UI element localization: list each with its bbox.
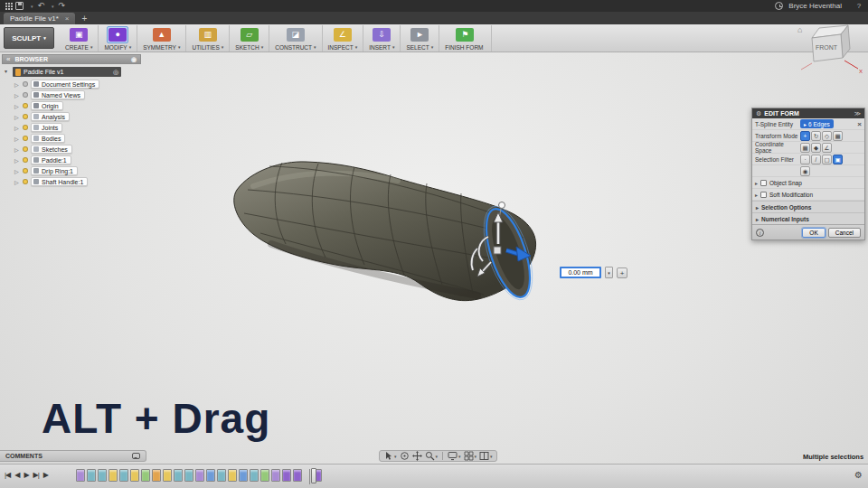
soft-modification-checkbox[interactable] xyxy=(760,192,767,198)
undo-caret-icon[interactable]: ▾ xyxy=(52,4,54,9)
selection-filter-button[interactable]: / xyxy=(811,155,821,164)
comment-bubble-icon[interactable] xyxy=(132,453,140,459)
timeline-feature-icon[interactable] xyxy=(260,469,269,482)
app-grid-icon[interactable] xyxy=(5,3,7,5)
timeline-feature-icon[interactable] xyxy=(206,469,215,482)
timeline-feature-icon[interactable] xyxy=(184,469,193,482)
playback-button[interactable]: ▶| xyxy=(33,471,39,479)
selection-badge[interactable]: ▸ 6 Edges xyxy=(800,119,834,128)
viewports-button[interactable]: ▾ xyxy=(479,451,493,461)
grid-settings-button[interactable]: ▾ xyxy=(464,451,477,461)
toolbar-group-icon[interactable]: ◪ xyxy=(287,28,305,42)
toolbar-group[interactable]: ∠ INSPECT ▾ xyxy=(323,25,364,52)
timeline-feature-icon[interactable] xyxy=(250,469,259,482)
selection-filter-extra-button[interactable]: ◉ xyxy=(800,166,810,176)
workspace-selector[interactable]: SCULPT ▾ xyxy=(4,27,54,49)
timeline-feature-icon[interactable] xyxy=(293,469,302,482)
toolbar-group-icon[interactable]: ▥ xyxy=(199,28,217,42)
object-snap-checkbox[interactable] xyxy=(760,180,767,186)
chevron-down-icon[interactable]: ▾ xyxy=(355,44,358,50)
transform-mode-button[interactable]: ▦ xyxy=(833,131,843,141)
visibility-bulb-icon[interactable] xyxy=(23,125,28,130)
visibility-bulb-icon[interactable] xyxy=(23,157,28,163)
browser-tree-item[interactable]: ▷ Paddle:1 xyxy=(14,155,99,165)
pan-tool-button[interactable] xyxy=(412,451,422,461)
zoom-tool-button[interactable]: ▾ xyxy=(425,451,439,461)
transform-mode-button[interactable]: ↻ xyxy=(811,131,821,141)
document-tab[interactable]: Paddle File v1* × xyxy=(4,13,75,24)
timeline-feature-icon[interactable] xyxy=(108,469,118,482)
clear-selection-icon[interactable]: × xyxy=(857,120,862,128)
selection-filter-button[interactable]: ▣ xyxy=(833,155,843,164)
new-tab-button[interactable]: + xyxy=(81,13,87,24)
expand-arrow-icon[interactable]: ▸ xyxy=(755,192,758,198)
browser-tree-item[interactable]: ▷ Named Views xyxy=(14,89,99,100)
transform-mode-button[interactable]: + xyxy=(800,131,810,141)
select-tool-button[interactable]: ▾ xyxy=(383,451,397,461)
expand-arrow-icon[interactable]: ▷ xyxy=(14,103,20,109)
timeline-feature-icon[interactable] xyxy=(98,469,107,482)
browser-tree-item[interactable]: ▷ Document Settings xyxy=(14,79,99,89)
expand-arrow-icon[interactable]: ▸ xyxy=(755,180,758,186)
expand-arrow-icon[interactable]: ▷ xyxy=(14,157,20,164)
dimension-spinner-icon[interactable]: ▾ xyxy=(605,267,613,278)
expand-arrow-icon[interactable]: ▷ xyxy=(14,114,20,120)
tspline-paddle-model[interactable] xyxy=(217,143,561,319)
browser-root-item[interactable]: Paddle File v1 ◎ xyxy=(13,67,121,77)
chevron-down-icon[interactable]: ▾ xyxy=(90,44,93,50)
visibility-bulb-icon[interactable] xyxy=(23,103,28,108)
expand-arrow-icon[interactable]: ▷ xyxy=(14,179,20,185)
timeline-feature-icon[interactable] xyxy=(217,469,226,482)
toolbar-group[interactable]: ► SELECT ▾ xyxy=(401,25,439,52)
timeline-feature-icon[interactable] xyxy=(282,469,291,482)
toolbar-group-icon[interactable]: ▱ xyxy=(241,28,259,42)
browser-tree-item[interactable]: ▷ Origin xyxy=(14,100,99,111)
toolbar-group[interactable]: ▲ SYMMETRY ▾ xyxy=(137,25,186,52)
expand-arrow-icon[interactable]: ▷ xyxy=(14,81,20,88)
expand-arrow-icon[interactable]: ▷ xyxy=(14,125,20,131)
comments-bar[interactable]: COMMENTS xyxy=(0,450,146,462)
visibility-bulb-icon[interactable] xyxy=(23,168,28,174)
toolbar-group-icon[interactable]: ⚑ xyxy=(456,28,474,42)
chevron-down-icon[interactable]: ▾ xyxy=(431,44,434,50)
visibility-bulb-icon[interactable] xyxy=(23,92,28,98)
timeline-scrubber-handle[interactable] xyxy=(311,468,316,483)
close-tab-icon[interactable]: × xyxy=(65,14,70,23)
toolbar-group-icon[interactable]: ▣ xyxy=(70,28,88,42)
coordinate-space-button[interactable]: ◆ xyxy=(811,143,821,153)
toolbar-group-icon[interactable]: ▲ xyxy=(153,28,171,42)
toolbar-group-icon[interactable]: ● xyxy=(108,28,127,42)
chevron-more-icon[interactable]: ≫ xyxy=(854,110,861,117)
visibility-bulb-icon[interactable] xyxy=(23,81,28,87)
visibility-bulb-icon[interactable] xyxy=(23,114,28,119)
info-icon[interactable]: i xyxy=(756,229,764,237)
dimension-input[interactable]: 0.00 mm xyxy=(560,267,601,278)
toolbar-group[interactable]: ▣ CREATE ▾ xyxy=(60,25,99,52)
browser-tree-item[interactable]: ▷ Drip Ring:1 xyxy=(14,165,99,176)
chevron-down-icon[interactable]: ▾ xyxy=(314,44,316,50)
expand-arrow-icon[interactable]: ▷ xyxy=(14,92,20,99)
expand-arrow-icon[interactable]: ▷ xyxy=(14,168,20,174)
coordinate-space-button[interactable]: ∠ xyxy=(822,143,832,153)
numerical-inputs-section[interactable]: ▸ Numerical Inputs xyxy=(752,212,864,224)
browser-tree-item[interactable]: ▷ Analysis xyxy=(14,111,99,122)
timeline-feature-icon[interactable] xyxy=(76,469,85,482)
playback-button[interactable]: ▶ xyxy=(43,471,48,479)
chevron-down-icon[interactable]: ▾ xyxy=(222,44,224,50)
timeline-feature-icon[interactable] xyxy=(119,469,128,482)
toolbar-group[interactable]: ▱ SKETCH ▾ xyxy=(230,25,269,52)
coordinate-space-button[interactable]: ▦ xyxy=(800,143,810,153)
user-name[interactable]: Bryce Heventhal xyxy=(788,2,842,10)
help-icon[interactable]: ? xyxy=(854,2,863,11)
undo-icon[interactable]: ↶ xyxy=(38,2,45,10)
chevron-down-icon[interactable]: ▾ xyxy=(178,44,181,50)
selection-options-section[interactable]: ▸ Selection Options xyxy=(752,201,864,212)
save-icon[interactable] xyxy=(15,2,24,10)
expand-arrow-icon[interactable]: ▷ xyxy=(14,136,20,142)
visibility-bulb-icon[interactable] xyxy=(23,179,28,184)
playback-button[interactable]: ▶ xyxy=(24,471,28,479)
orbit-tool-button[interactable] xyxy=(400,451,410,461)
toolbar-group-icon[interactable]: ∠ xyxy=(334,28,352,42)
chevron-down-icon[interactable]: ▾ xyxy=(129,44,132,50)
visibility-bulb-icon[interactable] xyxy=(23,136,28,141)
